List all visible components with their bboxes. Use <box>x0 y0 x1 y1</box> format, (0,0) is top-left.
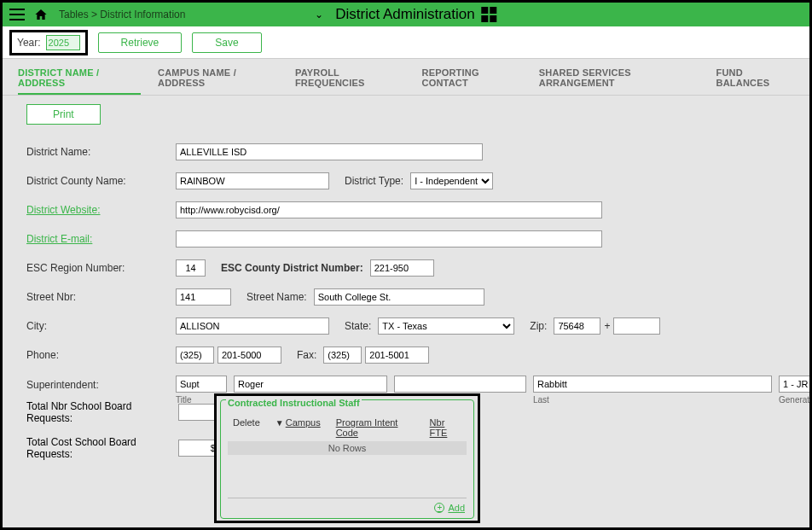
sub-last: Last <box>533 395 772 405</box>
district-name-input[interactable] <box>176 143 483 160</box>
tab-fund-balances[interactable]: FUND BALANCES <box>716 67 794 95</box>
cis-title: Contracted Instructional Staff <box>226 398 362 408</box>
contracted-instructional-staff-panel: Contracted Instructional Staff Delete ▼C… <box>214 393 480 523</box>
label-fax: Fax: <box>297 349 316 361</box>
fax-number-input[interactable] <box>365 347 429 364</box>
sup-title-input[interactable] <box>176 376 227 393</box>
retrieve-button[interactable]: Retrieve <box>98 32 183 53</box>
sup-first-input[interactable] <box>234 376 387 393</box>
label-esc-cdn: ESC County District Number: <box>221 262 363 274</box>
esc-region-input[interactable] <box>176 259 206 277</box>
apps-icon[interactable] <box>482 7 497 22</box>
cis-col-program-intent-code[interactable]: Program Intent Code <box>336 417 415 438</box>
street-nbr-input[interactable] <box>176 288 231 306</box>
district-type-select[interactable]: I - Independent <box>410 172 493 189</box>
esc-cdn-input[interactable] <box>370 259 434 277</box>
tab-payroll-frequencies[interactable]: PAYROLL FREQUENCIES <box>295 67 405 95</box>
district-email-link[interactable]: District E-mail: <box>26 233 176 245</box>
print-button[interactable]: Print <box>26 104 101 125</box>
label-phone: Phone: <box>26 349 176 361</box>
plus-icon: + <box>434 503 444 513</box>
cis-col-nbr-fte[interactable]: Nbr FTE <box>430 417 461 438</box>
label-esc-region: ESC Region Number: <box>26 262 176 274</box>
district-county-name-input[interactable] <box>176 172 329 189</box>
home-icon[interactable] <box>33 8 49 21</box>
cis-no-rows: No Rows <box>228 441 467 455</box>
city-input[interactable] <box>176 317 329 335</box>
tab-shared-services[interactable]: SHARED SERVICES ARRANGEMENT <box>539 67 699 95</box>
year-highlight-box: Year: <box>9 30 88 55</box>
district-website-link[interactable]: District Website: <box>26 204 176 216</box>
save-button[interactable]: Save <box>192 32 261 53</box>
phone-area-input[interactable] <box>176 347 214 364</box>
label-superintendent: Superintendent: <box>26 376 176 391</box>
zip-separator: + <box>604 320 610 332</box>
state-select[interactable]: TX - Texas <box>378 317 514 335</box>
zip-input[interactable] <box>554 317 600 335</box>
label-district-county-name: District County Name: <box>26 175 176 187</box>
label-zip: Zip: <box>530 320 547 332</box>
tab-district-name-address[interactable]: DISTRICT NAME / ADDRESS <box>18 67 141 95</box>
label-total-nbr: Total Nbr School Board Requests: <box>26 400 178 424</box>
label-district-name: District Name: <box>26 146 176 158</box>
label-district-type: District Type: <box>345 175 403 187</box>
label-state: State: <box>345 320 371 332</box>
street-name-input[interactable] <box>314 288 484 306</box>
zip4-input[interactable] <box>613 317 660 335</box>
label-street-nbr: Street Nbr: <box>26 291 176 303</box>
phone-number-input[interactable] <box>218 347 281 364</box>
cis-col-delete: Delete <box>233 417 260 438</box>
sort-indicator-icon: ▼ <box>276 418 284 428</box>
cis-add-button[interactable]: + Add <box>434 503 465 513</box>
label-total-cost: Total Cost School Board Requests: <box>26 436 178 460</box>
tab-campus-name-address[interactable]: CAMPUS NAME / ADDRESS <box>158 67 278 95</box>
sup-middle-input[interactable] <box>394 376 526 393</box>
tab-reporting-contact[interactable]: REPORTING CONTACT <box>422 67 522 95</box>
sup-last-input[interactable] <box>533 376 772 393</box>
breadcrumb[interactable]: Tables > District Information <box>59 9 185 20</box>
sup-generation-select[interactable]: 1 - JR <box>779 376 812 393</box>
label-street-name: Street Name: <box>246 291 307 303</box>
menu-icon[interactable] <box>9 9 25 20</box>
chevron-down-icon[interactable]: ⌄ <box>315 9 323 20</box>
label-city: City: <box>26 320 176 332</box>
fax-area-input[interactable] <box>323 347 362 364</box>
year-input[interactable] <box>46 35 80 50</box>
district-email-input[interactable] <box>176 230 602 248</box>
sub-gen: Generation <box>779 395 812 405</box>
page-title: District Administration <box>335 6 474 23</box>
district-website-input[interactable] <box>176 201 602 218</box>
year-label: Year: <box>17 37 41 49</box>
cis-col-campus[interactable]: ▼Campus <box>276 417 321 438</box>
